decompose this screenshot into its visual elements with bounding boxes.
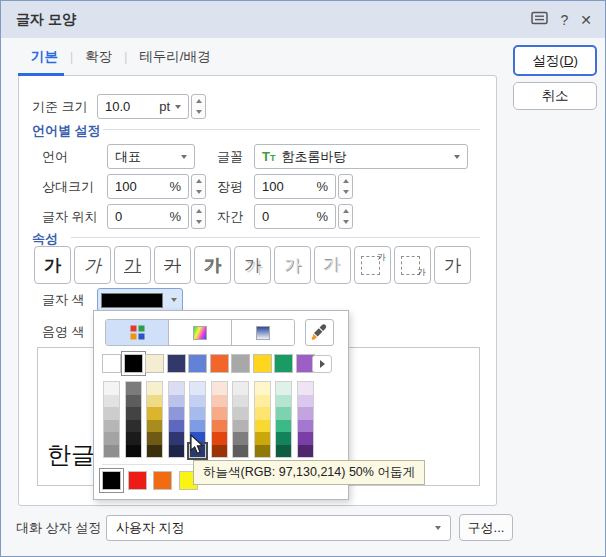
relative-size-spinner[interactable] [191, 174, 206, 199]
shade-swatch[interactable] [276, 432, 291, 445]
shade-swatch[interactable] [298, 432, 313, 445]
attr-normal-button[interactable]: 가 [434, 246, 471, 284]
spectrum-tab[interactable] [169, 320, 232, 345]
attr-shadow-button[interactable]: 가 [234, 246, 271, 284]
shade-swatch[interactable] [233, 420, 248, 433]
tab-extended[interactable]: 확장 [85, 48, 112, 66]
theme-color-swatch[interactable] [167, 354, 186, 373]
spin-down-icon[interactable] [343, 190, 349, 194]
shade-swatch[interactable] [212, 395, 227, 408]
shade-swatch[interactable] [255, 420, 270, 433]
char-spacing-field[interactable]: 0 % [254, 204, 336, 229]
theme-color-swatch[interactable] [253, 354, 272, 373]
spin-down-icon[interactable] [196, 110, 202, 114]
shade-swatch[interactable] [169, 420, 184, 433]
shade-swatch[interactable] [255, 407, 270, 420]
spin-down-icon[interactable] [196, 190, 202, 194]
attr-subscript-button[interactable]: 가 [394, 246, 431, 284]
spin-up-icon[interactable] [196, 179, 202, 183]
font-select[interactable]: TT 함초롬바탕 [254, 144, 468, 169]
shade-swatch[interactable] [190, 407, 205, 420]
shade-swatch[interactable] [104, 420, 119, 433]
base-size-spinner[interactable] [191, 94, 206, 119]
shade-swatch[interactable] [298, 420, 313, 433]
shade-swatch[interactable] [147, 420, 162, 433]
shade-swatch[interactable] [104, 445, 119, 458]
apply-button[interactable]: 설정(D) [513, 45, 597, 76]
shade-swatch[interactable] [147, 395, 162, 408]
tab-border-background[interactable]: 테두리/배경 [139, 48, 210, 66]
attr-underline-button[interactable]: 가 [114, 246, 151, 284]
close-icon[interactable]: ✕ [580, 13, 592, 27]
text-color-dropdown[interactable] [97, 288, 183, 312]
recent-color-swatch[interactable] [102, 471, 121, 490]
tab-basic[interactable]: 기본 [31, 48, 58, 66]
spin-down-icon[interactable] [343, 220, 349, 224]
cancel-button[interactable]: 취소 [513, 82, 597, 110]
shade-swatch[interactable] [255, 445, 270, 458]
spin-up-icon[interactable] [196, 99, 202, 103]
spin-up-icon[interactable] [196, 209, 202, 213]
recent-color-swatch[interactable] [128, 471, 147, 490]
shade-swatch[interactable] [298, 445, 313, 458]
shade-swatch[interactable] [233, 432, 248, 445]
base-size-field[interactable]: 10.0 pt [97, 94, 189, 119]
shade-swatch[interactable] [212, 382, 227, 395]
shade-swatch[interactable] [126, 420, 141, 433]
aspect-ratio-field[interactable]: 100 % [254, 174, 336, 199]
shade-swatch[interactable] [147, 445, 162, 458]
shade-swatch[interactable] [126, 395, 141, 408]
more-colors-button[interactable] [312, 355, 332, 373]
language-select[interactable]: 대표 [107, 144, 195, 169]
shade-swatch[interactable] [104, 395, 119, 408]
shade-swatch[interactable] [212, 407, 227, 420]
attr-italic-button[interactable]: 가 [74, 246, 111, 284]
theme-color-swatch[interactable] [274, 354, 293, 373]
theme-color-swatch[interactable] [210, 354, 229, 373]
theme-color-swatch[interactable] [231, 354, 250, 373]
shade-swatch[interactable] [169, 382, 184, 395]
spin-down-icon[interactable] [196, 220, 202, 224]
shade-swatch[interactable] [104, 432, 119, 445]
theme-color-swatch[interactable] [188, 354, 207, 373]
palette-tab[interactable] [106, 320, 169, 345]
dialog-settings-select[interactable]: 사용자 지정 [106, 515, 451, 541]
char-position-spinner[interactable] [191, 204, 206, 229]
shade-swatch[interactable] [233, 445, 248, 458]
shade-swatch[interactable] [212, 445, 227, 458]
theme-color-swatch[interactable] [102, 354, 121, 373]
chevron-down-icon[interactable] [175, 105, 181, 109]
shade-swatch[interactable] [298, 407, 313, 420]
attr-emboss-button[interactable]: 가 [274, 246, 311, 284]
relative-size-field[interactable]: 100 % [107, 174, 189, 199]
attr-outline-button[interactable]: 가 [194, 246, 231, 284]
shade-swatch[interactable] [233, 407, 248, 420]
aspect-ratio-spinner[interactable] [338, 174, 353, 199]
eyedropper-button[interactable] [305, 319, 334, 346]
shade-swatch[interactable] [276, 420, 291, 433]
help-icon[interactable]: ? [560, 13, 568, 27]
shade-swatch[interactable] [212, 432, 227, 445]
shade-swatch[interactable] [276, 395, 291, 408]
shade-swatch[interactable] [126, 432, 141, 445]
shade-swatch[interactable] [169, 407, 184, 420]
attr-bold-button[interactable]: 가 [34, 246, 71, 284]
shade-swatch[interactable] [126, 445, 141, 458]
char-position-field[interactable]: 0 % [107, 204, 189, 229]
recent-color-swatch[interactable] [153, 471, 172, 490]
theme-color-swatch[interactable] [124, 354, 143, 373]
shade-swatch[interactable] [212, 420, 227, 433]
shade-swatch[interactable] [298, 395, 313, 408]
shade-swatch[interactable] [126, 407, 141, 420]
shade-swatch[interactable] [276, 407, 291, 420]
help-note-icon[interactable] [531, 11, 548, 28]
shade-swatch[interactable] [255, 432, 270, 445]
theme-color-swatch[interactable] [145, 354, 164, 373]
shade-swatch[interactable] [298, 382, 313, 395]
gradient-tab[interactable] [232, 320, 294, 345]
spin-up-icon[interactable] [343, 179, 349, 183]
shade-swatch[interactable] [255, 382, 270, 395]
shade-swatch[interactable] [255, 395, 270, 408]
configure-button[interactable]: 구성... [459, 514, 513, 541]
shade-swatch[interactable] [147, 432, 162, 445]
